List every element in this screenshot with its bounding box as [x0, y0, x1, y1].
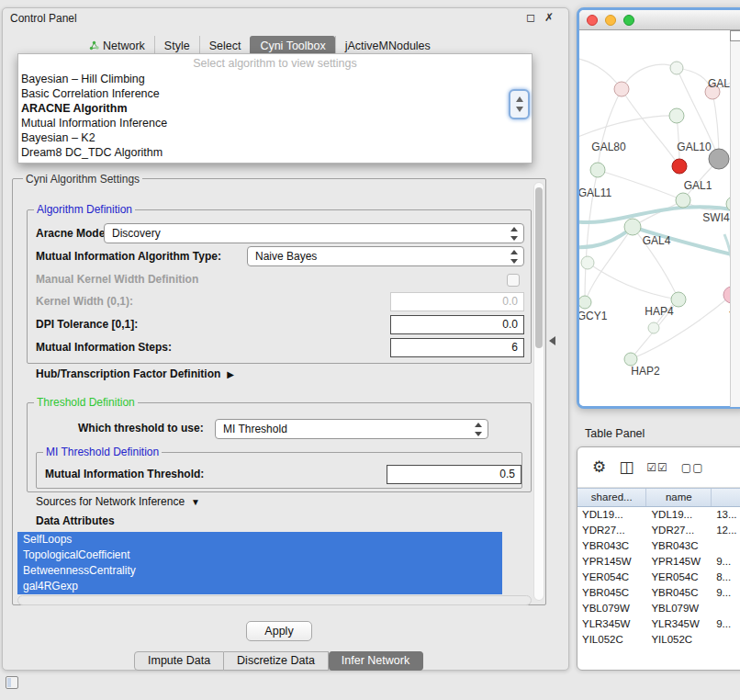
network-node[interactable] [624, 353, 637, 366]
algorithm-combo-arrows-button[interactable] [509, 89, 530, 119]
birdseye-corner-button[interactable] [730, 30, 740, 41]
network-edge [579, 58, 622, 89]
table-cell: YLR345W [577, 616, 646, 632]
tab-label: Select [209, 40, 241, 52]
zoom-traffic-light[interactable] [623, 15, 634, 26]
minimize-traffic-light[interactable] [605, 15, 616, 26]
network-edge [598, 89, 622, 170]
table-cell [712, 538, 740, 554]
network-node[interactable] [676, 193, 690, 208]
table-cell: YDR27... [646, 523, 712, 538]
mi-type-select[interactable]: Naive Bayes [247, 246, 524, 266]
table-cell: YPR145W [577, 554, 646, 570]
close-icon[interactable]: ✗ [544, 11, 554, 24]
tab-label: Style [164, 40, 190, 52]
tab-style[interactable]: Style [154, 36, 199, 55]
network-svg: GALGAL80GAL10GAL11GAL1SWI4GAL4GCY1HAP4HA… [579, 30, 740, 406]
network-node[interactable] [709, 149, 729, 169]
table-cell: 9... [712, 585, 740, 601]
network-node[interactable] [672, 159, 687, 174]
dpi-tolerance-label: DPI Tolerance [0,1]: [36, 318, 138, 332]
table-row[interactable]: YBR043CYBR043C [577, 538, 740, 554]
mi-threshold-field[interactable]: 0.5 [387, 465, 521, 484]
apply-button[interactable]: Apply [246, 621, 312, 641]
network-node[interactable] [581, 256, 594, 269]
node-label: GAL1 [684, 179, 712, 192]
table-row[interactable]: YDL19...YDL19...13... [577, 507, 740, 523]
float-window-icon[interactable]: ◻ [526, 11, 535, 24]
network-node[interactable] [624, 219, 641, 235]
tab-jactivemnodules[interactable]: jActiveMNodules [335, 36, 440, 55]
network-canvas[interactable]: GALGAL80GAL10GAL11GAL1SWI4GAL4GCY1HAP4HA… [579, 30, 740, 406]
select-columns-icon[interactable]: ☑☑ [646, 462, 668, 473]
table-cell: YLR345W [646, 616, 712, 632]
panel-collapse-arrow[interactable] [549, 336, 555, 345]
mi-steps-label: Mutual Information Steps: [36, 341, 172, 355]
network-node[interactable] [648, 322, 659, 333]
dpi-tolerance-field[interactable]: 0.0 [390, 315, 524, 334]
split-pane-icon[interactable]: ◫ [619, 459, 633, 475]
tab-impute-data[interactable]: Impute Data [134, 651, 224, 671]
horizontal-scrollbar[interactable] [17, 595, 532, 605]
gear-icon[interactable]: ⚙ [592, 459, 606, 475]
tab-label: jActiveMNodules [345, 40, 431, 52]
network-scrollbar[interactable] [730, 30, 740, 407]
tab-discretize-data[interactable]: Discretize Data [224, 651, 329, 671]
table-cell: 9... [712, 616, 740, 632]
network-node[interactable] [590, 163, 605, 177]
close-traffic-light[interactable] [587, 15, 598, 26]
tab-cyni-toolbox[interactable]: Cyni Toolbox [250, 36, 334, 55]
algorithm-option[interactable]: Mutual Information Inference [18, 116, 532, 130]
hub-section-label: Hub/Transcription Factor Definition [36, 367, 220, 380]
which-threshold-select[interactable]: MI Threshold [215, 419, 488, 439]
column-header[interactable]: shared... [577, 489, 646, 506]
docked-panel-icon[interactable] [6, 676, 18, 689]
aracne-mode-label: Aracne Mode: [36, 227, 108, 241]
manual-kernel-checkbox[interactable] [507, 274, 520, 287]
mi-steps-field[interactable]: 6 [390, 338, 524, 357]
algorithm-option[interactable]: ARACNE Algorithm [18, 101, 532, 116]
attribute-item[interactable]: TopologicalCoefficient [17, 548, 502, 563]
tab-infer-network[interactable]: Infer Network [329, 651, 423, 671]
table-row[interactable]: YBR045CYBR045C9... [577, 585, 740, 601]
column-header[interactable]: name [646, 489, 712, 506]
settings-scrollbar[interactable] [533, 182, 544, 601]
table-row[interactable]: YER054CYER054C8... [577, 570, 740, 585]
network-node[interactable] [669, 108, 684, 123]
table-row[interactable]: YBL079WYBL079W [577, 601, 740, 616]
kernel-width-field[interactable]: 0.0 [390, 292, 524, 311]
deselect-columns-icon[interactable]: ▢▢ [681, 462, 704, 473]
table-row[interactable]: YDR27...YDR27...12... [577, 523, 740, 538]
table-row[interactable]: YIL052CYIL052C [577, 632, 740, 648]
algorithm-definition-title: Algorithm Definition [34, 203, 135, 216]
algorithm-option[interactable]: Bayesian – Hill Climbing [18, 72, 532, 86]
attribute-item[interactable]: gal4RGexp [17, 579, 502, 594]
tab-select[interactable]: Select [199, 36, 251, 55]
algorithm-option[interactable]: Bayesian – K2 [18, 130, 532, 145]
algorithm-option[interactable]: Basic Correlation Inference [18, 86, 532, 101]
network-window-titlebar[interactable] [579, 10, 740, 30]
algorithm-option[interactable]: Dream8 DC_TDC Algorithm [18, 145, 532, 160]
column-header[interactable] [712, 489, 740, 506]
table-cell: YBR043C [646, 538, 712, 554]
table-cell: YDL19... [577, 507, 646, 523]
node-label: GCY1 [579, 310, 608, 322]
hub-section-toggle[interactable]: Hub/Transcription Factor Definition ▶ [36, 367, 234, 380]
attribute-item[interactable]: SelfLoops [17, 532, 502, 548]
algorithm-dropdown-popup: Select algorithm to view settings Bayesi… [17, 53, 533, 164]
sources-section-toggle[interactable]: Sources for Network Inference ▼ [36, 495, 200, 508]
table-cell: YER054C [577, 570, 646, 585]
table-row[interactable]: YPR145WYPR145W9... [577, 554, 740, 570]
table-row[interactable]: YLR345WYLR345W9... [577, 616, 740, 632]
tab-network[interactable]: Network [80, 36, 154, 55]
aracne-mode-value: Discovery [112, 227, 161, 240]
network-node[interactable] [670, 62, 683, 74]
network-node[interactable] [614, 82, 629, 96]
which-threshold-label: Which threshold to use: [78, 422, 204, 435]
scrollbar-thumb[interactable] [535, 187, 543, 348]
aracne-mode-select[interactable]: Discovery [104, 223, 524, 243]
attribute-item[interactable]: BetweennessCentrality [17, 563, 502, 579]
network-node[interactable] [579, 296, 591, 309]
network-edge [579, 116, 677, 139]
chevron-down-icon: ▼ [191, 497, 200, 507]
